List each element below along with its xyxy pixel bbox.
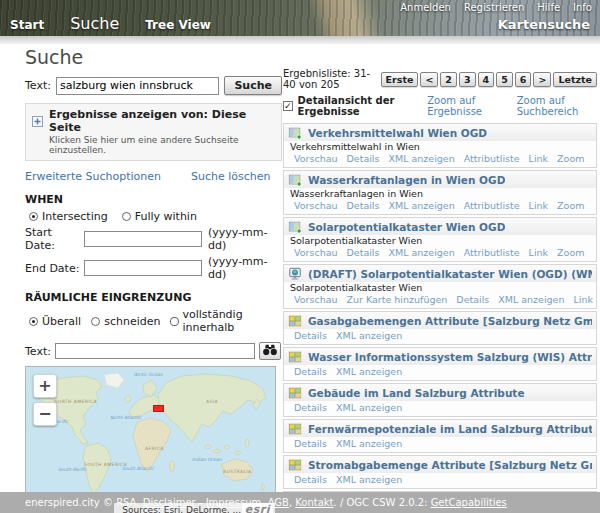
result-link-vorschau[interactable]: Vorschau [294, 153, 338, 164]
result-link-details[interactable]: Details [347, 153, 380, 164]
result-link-xml-anzeigen[interactable]: XML anzeigen [336, 438, 402, 449]
top-link-registrieren[interactable]: Registrieren [464, 2, 524, 13]
result-link-vorschau[interactable]: Vorschau [294, 247, 338, 258]
result-link-vorschau[interactable]: Vorschau [294, 294, 338, 305]
top-link-info[interactable]: Info [573, 2, 592, 13]
result-link-details[interactable]: Details [347, 247, 380, 258]
map-label: Arctic Ocean [134, 372, 163, 377]
location-input[interactable] [55, 343, 255, 359]
map-zoom-in-button[interactable]: + [33, 374, 57, 398]
page-button-5[interactable]: 5 [496, 72, 513, 87]
page-button-prev[interactable]: < [420, 72, 438, 87]
result-link-details[interactable]: Details [294, 366, 327, 377]
result-title-link[interactable]: Solarpotentialkataster Wien OGD [308, 221, 505, 233]
result-link-xml-anzeigen[interactable]: XML anzeigen [388, 200, 454, 211]
attribute-table-icon [288, 386, 302, 400]
top-link-hilfe[interactable]: Hilfe [537, 2, 560, 13]
result-title-link[interactable]: Gasabgabemengen Attribute [Salzburg Netz… [308, 315, 592, 327]
spatial-option-vollständig-innerhalb[interactable]: vollständig innerhalb [170, 308, 282, 334]
result-link-zur-karte-hinzufügen[interactable]: Zur Karte hinzufügen [347, 294, 448, 305]
result-title-link[interactable]: Wasserkraftanlagen in Wien OGD [308, 174, 505, 186]
result-link-xml-anzeigen[interactable]: XML anzeigen [336, 474, 402, 485]
advanced-options-link[interactable]: Erweiterte Suchoptionen [25, 170, 161, 183]
account-links: AnmeldenRegistrierenHilfeInfo [400, 2, 592, 13]
result-link-attributliste[interactable]: Attributliste [464, 200, 520, 211]
result-description: Verkehrsmittelwahl in Wien [284, 141, 596, 152]
result-title-link[interactable]: Gebäude im Land Salzburg Attribute [308, 387, 525, 399]
result-item: Gebäude im Land Salzburg AttributeDetail… [283, 383, 597, 417]
nav-suche[interactable]: Suche [70, 14, 119, 33]
spatial-option-schneiden[interactable]: schneiden [91, 308, 160, 334]
result-link-link[interactable]: Link [529, 200, 548, 211]
result-link-attributliste[interactable]: Attributliste [464, 247, 520, 258]
result-link-xml-anzeigen[interactable]: XML anzeigen [388, 247, 454, 258]
result-link-zoom[interactable]: Zoom [557, 247, 584, 258]
when-option-intersecting[interactable]: Intersecting [29, 210, 108, 223]
spatial-option-überall[interactable]: Überall [29, 308, 81, 334]
result-link-xml-anzeigen[interactable]: XML anzeigen [336, 366, 402, 377]
nav-items: StartSucheTree View [10, 14, 237, 33]
result-title-link[interactable]: Verkehrsmittelwahl Wien OGD [308, 127, 487, 139]
find-location-button[interactable] [259, 342, 281, 360]
expand-plus-icon[interactable] [32, 116, 43, 127]
map-zoom-controls: + − [33, 374, 57, 430]
page-button-2[interactable]: 2 [440, 72, 457, 87]
page-button-letzte[interactable]: Letzte [553, 72, 597, 87]
search-scope-box[interactable]: Ergebnisse anzeigen von: Diese Seite Kli… [25, 103, 282, 161]
attribute-table-icon [288, 350, 302, 364]
nav-kartensuche[interactable]: Kartensuche [498, 17, 590, 32]
result-link-zoom[interactable]: Zoom [557, 153, 584, 164]
start-date-input[interactable] [84, 231, 202, 247]
page-button-next[interactable]: > [533, 72, 551, 87]
result-link-xml-anzeigen[interactable]: XML anzeigen [388, 153, 454, 164]
detail-view-checkbox[interactable] [283, 101, 293, 111]
result-title-link[interactable]: (DRAFT) Solarpotentialkataster Wien (OGD… [308, 268, 592, 280]
text-label: Text: [25, 79, 51, 92]
result-link-details[interactable]: Details [294, 330, 327, 341]
result-link-link[interactable]: Link [573, 294, 592, 305]
map-label: Indian Ocean [192, 457, 222, 462]
result-description: Solarpotentialkataster Wien [284, 282, 596, 293]
footer-link-kontakt[interactable]: Kontakt [295, 497, 333, 508]
page-button-3[interactable]: 3 [459, 72, 476, 87]
result-link-details[interactable]: Details [294, 438, 327, 449]
result-description: Wasserkraftanlagen in Wien [284, 188, 596, 199]
result-link-details[interactable]: Details [456, 294, 489, 305]
result-link-xml-anzeigen[interactable]: XML anzeigen [336, 402, 402, 413]
result-link-xml-anzeigen[interactable]: XML anzeigen [336, 330, 402, 341]
result-link-vorschau[interactable]: Vorschau [294, 200, 338, 211]
map-label: SOUTH AMERICA [84, 462, 127, 467]
result-link-zoom[interactable]: Zoom [557, 200, 584, 211]
result-link-link[interactable]: Link [529, 153, 548, 164]
result-link-details[interactable]: Details [294, 474, 327, 485]
result-link-details[interactable]: Details [294, 402, 327, 413]
when-option-fully-within[interactable]: Fully within [122, 210, 197, 223]
nav-tree-view[interactable]: Tree View [145, 18, 211, 32]
footer: enerspired.city © RSA, Disclaimer - Impr… [0, 492, 600, 513]
when-heading: WHEN [25, 193, 282, 206]
pagination: Erste<23456>Letzte [381, 72, 597, 87]
search-button[interactable]: Suche [224, 76, 282, 95]
result-link-details[interactable]: Details [347, 200, 380, 211]
page-button-erste[interactable]: Erste [381, 72, 419, 87]
radio-icon [29, 212, 38, 221]
zoom-to-search-area-link[interactable]: Zoom auf Suchbereich [517, 95, 597, 117]
result-title-link[interactable]: Stromabgabemenge Attribute [Salzburg Net… [308, 459, 592, 471]
spatial-extent-map[interactable]: Arctic OceanNorth PacificSouth PacificNo… [25, 366, 276, 513]
result-link-xml-anzeigen[interactable]: XML anzeigen [498, 294, 564, 305]
radio-label: Fully within [135, 210, 197, 223]
map-zoom-out-button[interactable]: − [33, 402, 57, 426]
result-title-link[interactable]: Wasser Informationssystem Salzburg (WIS)… [308, 351, 592, 363]
end-date-input[interactable] [84, 260, 202, 276]
page-button-4[interactable]: 4 [478, 72, 495, 87]
search-input[interactable] [56, 77, 219, 95]
page-button-6[interactable]: 6 [515, 72, 532, 87]
top-link-anmelden[interactable]: Anmelden [400, 2, 451, 13]
result-link-attributliste[interactable]: Attributliste [464, 153, 520, 164]
clear-search-link[interactable]: Suche löschen [191, 170, 271, 183]
result-link-link[interactable]: Link [529, 247, 548, 258]
nav-start[interactable]: Start [10, 18, 44, 32]
result-title-link[interactable]: Fernwärmepotenziale im Land Salzburg Att… [308, 423, 592, 435]
zoom-to-results-link[interactable]: Zoom auf Ergebnisse [427, 95, 502, 117]
footer-link-getcapabilities[interactable]: GetCapabilities [431, 497, 507, 508]
